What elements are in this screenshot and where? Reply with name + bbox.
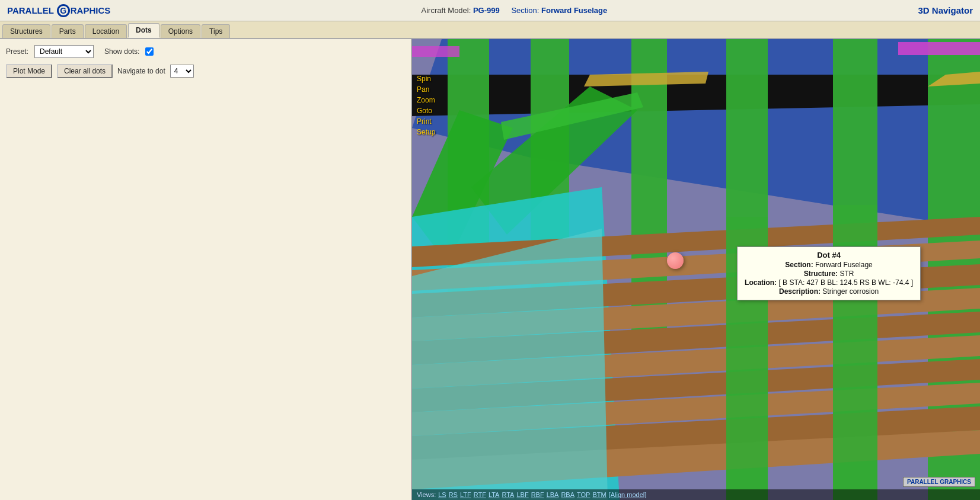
print-control[interactable]: Print (417, 117, 435, 126)
svg-marker-29 (412, 229, 608, 500)
view-ls[interactable]: LS (438, 491, 446, 498)
show-dots-label: Show dots: (104, 47, 139, 56)
view-rs[interactable]: RS (449, 491, 458, 498)
view-ltf[interactable]: LTF (460, 491, 471, 498)
view-lba[interactable]: LBA (547, 491, 559, 498)
preset-select[interactable]: Default Custom 1 Custom 2 (34, 45, 94, 58)
logo-parallel: PARALLEL (7, 5, 56, 15)
goto-control[interactable]: Goto (417, 107, 435, 115)
views-label: Views: (417, 491, 436, 498)
tooltip-description-label: Description: (779, 287, 821, 296)
pan-control[interactable]: Pan (417, 85, 435, 94)
section-label: Section: (511, 6, 539, 15)
tooltip-section-row: Section: Forward Fuselage (745, 261, 913, 269)
plot-mode-button[interactable]: Plot Mode (6, 64, 52, 78)
view-rta[interactable]: RTA (502, 491, 514, 498)
aircraft-model-label: Aircraft Model: (422, 6, 471, 15)
3d-viewport[interactable]: Spin Pan Zoom Goto Print Setup Dot #4 Se… (412, 39, 980, 500)
left-content-area (6, 84, 405, 494)
view-rba[interactable]: RBA (561, 491, 574, 498)
tab-location[interactable]: Location (85, 24, 127, 38)
view-lta[interactable]: LTA (489, 491, 500, 498)
aircraft-model-value: PG-999 (473, 6, 500, 15)
tooltip-section-label: Section: (785, 261, 813, 269)
tooltip-description-row: Description: Stringer corrosion (745, 287, 913, 296)
tooltip-structure-value: STR (839, 270, 854, 278)
view-top[interactable]: TOP (577, 491, 590, 498)
header-center: Aircraft Model: PG-999 Section: Forward … (422, 6, 608, 15)
logo: PARALLEL GRAPHICS (7, 4, 110, 17)
pg-logo-text: PARALLEL GRAPHICS (903, 477, 975, 487)
tab-options[interactable]: Options (161, 24, 200, 38)
left-panel: Preset: Default Custom 1 Custom 2 Show d… (0, 39, 412, 500)
pg-logo-bottom: PARALLEL GRAPHICS (903, 477, 975, 486)
dots-toolbar: Preset: Default Custom 1 Custom 2 Show d… (6, 45, 405, 58)
view-lbf[interactable]: LBF (516, 491, 528, 498)
view-rbf[interactable]: RBF (531, 491, 544, 498)
bottom-bar: Views: LS RS LTF RTF LTA RTA LBF RBF LBA… (412, 489, 980, 500)
tooltip-section-value: Forward Fuselage (815, 261, 873, 269)
dot-marker[interactable] (667, 252, 684, 269)
tab-bar: Structures Parts Location Dots Options T… (0, 21, 980, 39)
view-btm[interactable]: BTM (592, 491, 606, 498)
clear-all-dots-button[interactable]: Clear all dots (57, 64, 113, 78)
header: PARALLEL GRAPHICS Aircraft Model: PG-999… (0, 0, 980, 21)
view-rtf[interactable]: RTF (474, 491, 486, 498)
tab-dots[interactable]: Dots (128, 23, 159, 38)
logo-raphics: RAPHICS (71, 5, 111, 15)
tooltip-structure-label: Structure: (804, 270, 838, 278)
spin-control[interactable]: Spin (417, 75, 435, 83)
tab-parts[interactable]: Parts (52, 24, 84, 38)
navigate-to-dot-select[interactable]: 12345 (170, 65, 194, 78)
svg-rect-25 (412, 46, 459, 57)
tooltip-location-row: Location: [ B STA: 427 B BL: 124.5 RS B … (745, 278, 913, 287)
svg-rect-24 (898, 42, 980, 55)
tooltip-title: Dot #4 (745, 251, 913, 259)
tab-tips[interactable]: Tips (202, 24, 230, 38)
navigator-label: 3D Navigator (918, 5, 973, 15)
section-value: Forward Fuselage (541, 6, 607, 15)
dot-tooltip: Dot #4 Section: Forward Fuselage Structu… (737, 246, 921, 300)
logo-g-circle: G (57, 4, 70, 17)
tooltip-description-value: Stringer corrosion (822, 287, 879, 296)
tab-structures[interactable]: Structures (2, 24, 50, 38)
tooltip-location-value: [ B STA: 427 B BL: 124.5 RS B WL: -74.4 … (778, 278, 913, 287)
preset-label: Preset: (6, 47, 28, 56)
tooltip-location-label: Location: (745, 278, 777, 287)
align-model[interactable]: [Align model] (609, 491, 647, 498)
tooltip-structure-row: Structure: STR (745, 270, 913, 278)
setup-control[interactable]: Setup (417, 128, 435, 136)
navigate-to-dot-label: Navigate to dot (117, 67, 165, 75)
main-area: Preset: Default Custom 1 Custom 2 Show d… (0, 39, 980, 500)
show-dots-checkbox[interactable] (145, 47, 154, 56)
dots-buttons: Plot Mode Clear all dots Navigate to dot… (6, 64, 405, 78)
side-controls: Spin Pan Zoom Goto Print Setup (417, 75, 435, 136)
zoom-control[interactable]: Zoom (417, 96, 435, 104)
